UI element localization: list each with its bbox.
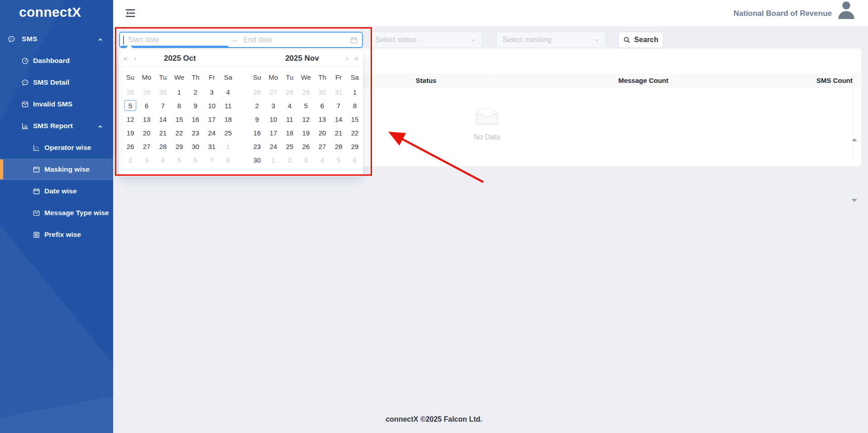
calendar-cell[interactable]: 16 [249, 126, 265, 140]
calendar-cell[interactable]: 9 [249, 112, 265, 126]
search-button[interactable]: Search [618, 32, 663, 48]
calendar-cell-today[interactable]: 5 [122, 99, 138, 112]
calendar-cell[interactable]: 24 [204, 126, 220, 140]
calendar-cell[interactable]: 29 [138, 85, 155, 99]
calendar-cell[interactable]: 4 [281, 99, 298, 112]
calendar-cell[interactable]: 30 [187, 140, 204, 153]
calendar-cell[interactable]: 2 [187, 85, 204, 99]
year-button[interactable]: 2025 [285, 54, 302, 63]
calendar-cell[interactable]: 10 [204, 99, 220, 112]
calendar-cell[interactable]: 14 [155, 112, 171, 126]
calendar-cell[interactable]: 12 [298, 112, 314, 126]
calendar-cell[interactable]: 27 [314, 140, 330, 153]
calendar-cell[interactable]: 8 [347, 99, 363, 112]
calendar-cell[interactable]: 5 [330, 153, 347, 167]
super-next-icon[interactable]: » [354, 50, 358, 67]
calendar-cell[interactable]: 3 [204, 85, 220, 99]
calendar-cell[interactable]: 31 [204, 140, 220, 153]
calendar-cell[interactable]: 30 [155, 85, 171, 99]
calendar-cell[interactable]: 7 [330, 99, 347, 112]
calendar-cell[interactable]: 3 [265, 99, 281, 112]
calendar-cell[interactable]: 26 [298, 140, 314, 153]
calendar-cell[interactable]: 29 [298, 85, 314, 99]
calendar-cell[interactable]: 19 [122, 126, 138, 140]
calendar-cell[interactable]: 11 [220, 99, 236, 112]
calendar-cell[interactable]: 2 [249, 99, 265, 112]
chevron-up-icon[interactable] [97, 36, 103, 42]
calendar-cell[interactable]: 6 [347, 153, 363, 167]
menu-fold-icon[interactable] [125, 8, 136, 19]
calendar-cell[interactable]: 26 [122, 140, 138, 153]
calendar-cell[interactable]: 13 [138, 112, 155, 126]
calendar-cell[interactable]: 25 [281, 140, 298, 153]
month-button[interactable]: Nov [305, 54, 319, 63]
calendar-cell[interactable]: 15 [347, 112, 363, 126]
chevron-up-icon[interactable] [97, 123, 103, 129]
calendar-cell[interactable]: 18 [281, 126, 298, 140]
sidebar-item-sms[interactable]: SMS [0, 28, 113, 50]
calendar-cell[interactable]: 17 [265, 126, 281, 140]
calendar-cell[interactable]: 1 [171, 85, 187, 99]
next-month-icon[interactable]: › [346, 50, 348, 67]
calendar-cell[interactable]: 5 [298, 99, 314, 112]
calendar-cell[interactable]: 31 [330, 85, 347, 99]
calendar-cell[interactable]: 13 [314, 112, 330, 126]
calendar-cell[interactable]: 21 [155, 126, 171, 140]
calendar-cell[interactable]: 4 [314, 153, 330, 167]
sidebar-item-dashboard[interactable]: Dashboard [0, 50, 113, 72]
calendar-cell[interactable]: 6 [138, 99, 155, 112]
calendar-cell[interactable]: 10 [265, 112, 281, 126]
calendar-cell[interactable]: 9 [187, 99, 204, 112]
calendar-cell[interactable]: 11 [281, 112, 298, 126]
user-avatar-icon[interactable] [835, 0, 857, 22]
calendar-cell[interactable]: 7 [204, 153, 220, 167]
calendar-cell[interactable]: 3 [138, 153, 155, 167]
scroll-up-icon[interactable] [852, 138, 857, 141]
calendar-cell[interactable]: 6 [187, 153, 204, 167]
calendar-cell[interactable]: 29 [171, 140, 187, 153]
end-date-input[interactable] [243, 36, 339, 44]
calendar-cell[interactable]: 2 [122, 153, 138, 167]
calendar-cell[interactable]: 18 [220, 112, 236, 126]
scroll-down-icon[interactable] [852, 199, 857, 202]
calendar-cell[interactable]: 7 [155, 99, 171, 112]
calendar-cell[interactable]: 5 [171, 153, 187, 167]
calendar-cell[interactable]: 16 [187, 112, 204, 126]
calendar-cell[interactable]: 27 [138, 140, 155, 153]
calendar-cell[interactable]: 8 [171, 99, 187, 112]
sidebar-item-invalid-sms[interactable]: Invalid SMS [0, 93, 113, 115]
sidebar-item-date-wise[interactable]: Date wise [0, 180, 113, 202]
calendar-cell[interactable]: 1 [265, 153, 281, 167]
date-range-picker[interactable]: → [119, 32, 363, 48]
calendar-cell[interactable]: 2 [281, 153, 298, 167]
month-button[interactable]: Oct [183, 54, 196, 63]
calendar-cell[interactable]: 20 [138, 126, 155, 140]
calendar-cell[interactable]: 4 [220, 85, 236, 99]
calendar-cell[interactable]: 23 [249, 140, 265, 153]
sidebar-item-operator-wise[interactable]: Operator wise [0, 137, 113, 159]
calendar-cell[interactable]: 28 [330, 140, 347, 153]
calendar-cell[interactable]: 24 [265, 140, 281, 153]
start-date-input[interactable] [128, 36, 230, 44]
calendar-cell[interactable]: 20 [314, 126, 330, 140]
calendar-cell[interactable]: 17 [204, 112, 220, 126]
calendar-cell[interactable]: 21 [330, 126, 347, 140]
calendar-cell[interactable]: 30 [314, 85, 330, 99]
sidebar-item-sms-detail[interactable]: SMS Detail [0, 72, 113, 93]
calendar-cell[interactable]: 15 [171, 112, 187, 126]
calendar-cell[interactable]: 6 [314, 99, 330, 112]
calendar-cell[interactable]: 1 [220, 140, 236, 153]
status-select[interactable]: Select status [369, 32, 482, 48]
calendar-cell[interactable]: 22 [171, 126, 187, 140]
masking-select[interactable]: Select masking [496, 32, 606, 48]
calendar-cell[interactable]: 8 [220, 153, 236, 167]
calendar-cell[interactable]: 4 [155, 153, 171, 167]
calendar-cell[interactable]: 23 [187, 126, 204, 140]
calendar-cell[interactable]: 3 [298, 153, 314, 167]
calendar-cell[interactable]: 12 [122, 112, 138, 126]
calendar-cell[interactable]: 30 [249, 153, 265, 167]
sidebar-item-prefix-wise[interactable]: Prefix wise [0, 224, 113, 245]
sidebar-item-message-type-wise[interactable]: Message Type wise [0, 202, 113, 224]
calendar-cell[interactable]: 28 [155, 140, 171, 153]
calendar-cell[interactable]: 25 [220, 126, 236, 140]
